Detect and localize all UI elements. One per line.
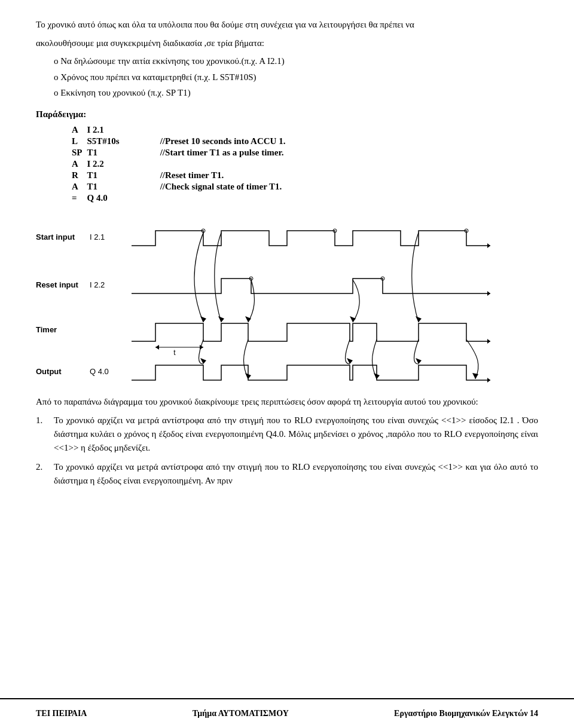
numbered-item-2: 2. Το χρονικό αρχίζει να μετρά αντίστροφ… xyxy=(36,460,538,488)
output-signal: Q 4.0 xyxy=(90,367,109,376)
code-col3-0 xyxy=(124,124,291,136)
code-col2-2: T1 xyxy=(87,147,124,158)
page-content: Το χρονικό αυτό όπως και όλα τα υπόλοιπα… xyxy=(0,0,574,540)
curve6 xyxy=(373,339,377,379)
code-row-3: A I 2.2 xyxy=(72,158,290,170)
code-col1-5: A xyxy=(72,181,87,192)
code-col2-6: Q 4.0 xyxy=(87,192,124,204)
output-label: Output xyxy=(36,367,62,376)
code-row-1: L S5T#10s //Preset 10 seconds into ACCU … xyxy=(72,136,290,147)
code-col3-6 xyxy=(124,192,291,204)
code-row-5: A T1 //Check signal state of timer T1. xyxy=(72,181,290,192)
curve7-arrow xyxy=(218,316,224,322)
code-col3-2: //Start timer T1 as a pulse timer. xyxy=(124,147,291,158)
reset-input-label: Reset input xyxy=(36,280,78,289)
code-row-6: = Q 4.0 xyxy=(72,192,290,204)
code-col2-3: I 2.2 xyxy=(87,158,124,170)
curve2-arrow xyxy=(245,316,251,322)
code-col1-6: = xyxy=(72,192,87,204)
item2-num: 2. xyxy=(36,460,54,488)
item2-text: Το χρονικό αρχίζει να μετρά αντίστροφα α… xyxy=(54,460,538,488)
curve8-arrow xyxy=(350,316,356,322)
output-wave xyxy=(132,365,490,380)
t-label: t xyxy=(173,348,176,357)
start-input-label: Start input xyxy=(36,233,75,241)
footer-right: Εργαστήριο Βιομηχανικών Ελεγκτών 14 xyxy=(394,709,538,718)
code-col3-5: //Check signal state of timer T1. xyxy=(124,181,291,192)
code-col3-3 xyxy=(124,158,291,170)
curve3-arrow xyxy=(200,358,206,364)
curve11 xyxy=(466,339,478,379)
code-col1-4: R xyxy=(72,170,87,181)
start-input-signal: I 2.1 xyxy=(90,233,105,241)
code-table: A I 2.1 L S5T#10s //Preset 10 seconds in… xyxy=(72,124,290,204)
code-col1-0: A xyxy=(72,124,87,136)
code-col2-4: T1 xyxy=(87,170,124,181)
bullet-list: Να δηλώσουμε την αιτία εκκίνησης του χρο… xyxy=(54,54,538,100)
footer-center: Τμήμα ΑΥΤΟΜΑΤΙΣΜΟΥ xyxy=(193,709,289,718)
code-col2-0: I 2.1 xyxy=(87,124,124,136)
curve10-arrow xyxy=(416,358,422,364)
t-arrow-left xyxy=(155,345,159,350)
curve9-arrow xyxy=(416,316,422,322)
curve1 xyxy=(194,233,203,322)
curve8 xyxy=(353,280,359,322)
code-row-0: A I 2.1 xyxy=(72,124,290,136)
code-col3-1: //Preset 10 seconds into ACCU 1. xyxy=(124,136,291,147)
timer-wave-arrow xyxy=(487,339,490,344)
timer-label: Timer xyxy=(36,325,57,334)
curve4 xyxy=(244,339,249,379)
timing-svg: Start input I 2.1 Reset input I 2.2 Time… xyxy=(36,216,550,389)
start-wave-arrow xyxy=(487,243,490,248)
reset-input-signal: I 2.2 xyxy=(90,280,105,289)
body-para1: Από το παραπάνω διάγραμμα του χρονικού δ… xyxy=(36,395,538,409)
bullet-item-2: Χρόνος που πρέπει να καταμετρηθεί (π.χ. … xyxy=(54,71,538,84)
timer-wave xyxy=(132,323,490,341)
intro-line2: ακολουθήσουμε μια συγκεκριμένη διαδικασί… xyxy=(36,36,538,50)
timing-diagram: Start input I 2.1 Reset input I 2.2 Time… xyxy=(36,216,550,389)
code-row-4: R T1 //Reset timer T1. xyxy=(72,170,290,181)
reset-wave-arrow xyxy=(487,291,490,296)
output-wave-arrow xyxy=(487,378,490,383)
bullet-item-3: Εκκίνηση του χρονικού (π.χ. SP T1) xyxy=(54,86,538,100)
code-col2-5: T1 xyxy=(87,181,124,192)
code-col1-2: SP xyxy=(72,147,87,158)
numbered-list: 1. Το χρονικό αρχίζει να μετρά αντίστροφ… xyxy=(36,414,538,488)
numbered-item-1: 1. Το χρονικό αρχίζει να μετρά αντίστροφ… xyxy=(36,414,538,455)
code-col3-4: //Reset timer T1. xyxy=(124,170,291,181)
item1-num: 1. xyxy=(36,414,54,455)
curve5-arrow xyxy=(347,358,353,364)
start-input-wave xyxy=(132,231,490,246)
code-row-2: SP T1 //Start timer T1 as a pulse timer. xyxy=(72,147,290,158)
bullet-item-1: Να δηλώσουμε την αιτία εκκίνησης του χρο… xyxy=(54,54,538,68)
footer-left: ΤΕΙ ΠΕΙΡΑΙΑ xyxy=(36,709,87,718)
example-label: Παράδειγμα: xyxy=(36,109,538,120)
reset-input-wave xyxy=(132,279,490,293)
code-col1-1: L xyxy=(72,136,87,147)
code-col1-3: A xyxy=(72,158,87,170)
item1-text: Το χρονικό αρχίζει να μετρά αντίστροφα α… xyxy=(54,414,538,455)
intro-line1: Το χρονικό αυτό όπως και όλα τα υπόλοιπα… xyxy=(36,18,538,32)
code-col2-1: S5T#10s xyxy=(87,136,124,147)
footer: ΤΕΙ ΠΕΙΡΑΙΑ Τμήμα ΑΥΤΟΜΑΤΙΣΜΟΥ Εργαστήρι… xyxy=(0,698,574,728)
curve1-arrow xyxy=(200,316,206,322)
